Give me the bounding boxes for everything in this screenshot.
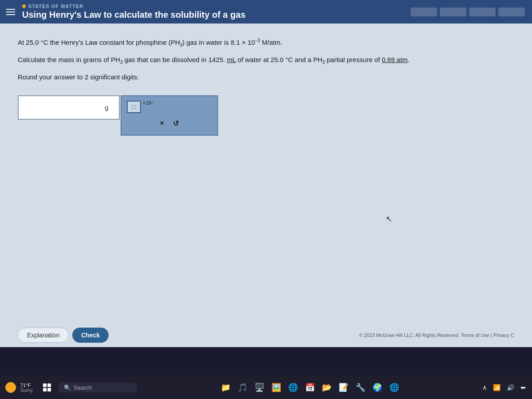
taskbar-icon-music[interactable]: 🎵 — [235, 380, 250, 395]
taskbar-icon-folder[interactable]: 📂 — [319, 380, 334, 395]
search-bar[interactable]: 🔍 Search — [58, 383, 137, 393]
system-tray: ∧ 📶 🔊 ⬅ — [481, 383, 528, 392]
taskbar-icon-browser[interactable]: 🌐 — [286, 380, 301, 395]
progress-btn-2[interactable] — [440, 8, 466, 16]
sci-mantissa-box[interactable]: □ — [127, 101, 141, 113]
taskbar-icon-image[interactable]: 🖼️ — [269, 380, 284, 395]
answer-input-wrapper[interactable]: g — [18, 95, 120, 120]
check-button[interactable]: Check — [72, 328, 109, 343]
main-content: At 25.0 °C the Henry's Law constant for … — [0, 23, 532, 347]
taskbar-icon-app2[interactable]: 🌍 — [370, 380, 385, 395]
explanation-button[interactable]: Explanation — [18, 328, 69, 343]
hamburger-menu[interactable] — [6, 9, 15, 15]
header-title: Using Henry's Law to calculate the solub… — [22, 10, 246, 20]
sci-mantissa-icon: □ — [132, 103, 136, 110]
search-text: Search — [74, 384, 92, 391]
taskbar-icon-files[interactable]: 📁 — [218, 380, 233, 395]
taskbar-icon-app3[interactable]: 🌐 — [387, 380, 402, 395]
sci-exponent-box: □ — [151, 101, 153, 105]
taskbar: 71°F Sunny 🔍 Search 📁 🎵 🖥️ 🖼️ 🌐 📅 📂 📝 🔧 … — [0, 376, 532, 399]
taskbar-icon-calendar[interactable]: 📅 — [302, 380, 317, 395]
weather-temp: 71°F — [20, 383, 33, 388]
header-controls — [411, 8, 525, 16]
topic-label: STATES OF MATTER — [28, 4, 83, 9]
taskbar-icon-monitor[interactable]: 🖥️ — [252, 380, 267, 395]
problem-line1: At 25.0 °C the Henry's Law constant for … — [18, 37, 514, 49]
cursor-indicator: ↖ — [386, 214, 392, 224]
sys-tray-back-icon[interactable]: ⬅ — [519, 383, 528, 392]
header-topic: STATES OF MATTER — [22, 4, 246, 9]
weather-info: 71°F Sunny — [20, 383, 33, 393]
header-left: STATES OF MATTER Using Henry's Law to ca… — [22, 4, 246, 20]
problem-line3: Round your answer to 2 significant digit… — [18, 71, 514, 83]
taskbar-icons: 📁 🎵 🖥️ 🖼️ 🌐 📅 📂 📝 🔧 🌍 🌐 — [142, 380, 478, 395]
taskbar-icon-app1[interactable]: 🔧 — [353, 380, 368, 395]
unit-label: g — [105, 104, 108, 111]
bottom-bar: Explanation Check © 2023 McGraw Hill LLC… — [0, 328, 532, 343]
weather-widget: 71°F Sunny — [4, 381, 33, 394]
x10-label: ×10 — [143, 101, 151, 106]
sys-tray-up-icon[interactable]: ∧ — [481, 383, 489, 392]
progress-btn-4[interactable] — [498, 8, 525, 16]
answer-area: g □ ×10 □ × ↺ — [18, 95, 514, 136]
sys-tray-wifi-icon[interactable]: 📶 — [491, 383, 502, 392]
windows-button[interactable] — [39, 379, 55, 395]
sci-exponent-area: ×10 □ — [142, 101, 153, 106]
header-bar: STATES OF MATTER Using Henry's Law to ca… — [0, 0, 532, 23]
sys-tray-volume-icon[interactable]: 🔊 — [505, 383, 516, 392]
sci-notation-box: □ ×10 □ × ↺ — [121, 95, 218, 136]
reset-button[interactable]: ↺ — [173, 119, 179, 128]
search-icon: 🔍 — [64, 384, 71, 391]
windows-grid-icon — [43, 383, 51, 391]
progress-btn-3[interactable] — [469, 8, 496, 16]
sci-notation-inner: □ ×10 □ — [127, 101, 212, 113]
clear-button[interactable]: × — [160, 119, 164, 128]
copyright-text: © 2023 McGraw Hill LLC. All Rights Reser… — [359, 332, 514, 338]
taskbar-icon-word[interactable]: 📝 — [336, 380, 351, 395]
sci-actions: × ↺ — [127, 119, 212, 128]
weather-sun-icon — [4, 381, 17, 394]
problem-line2: Calculate the mass in grams of PH3 gas t… — [18, 54, 514, 66]
bottom-buttons: Explanation Check — [18, 328, 109, 343]
topic-dot — [22, 4, 26, 8]
answer-input[interactable] — [23, 103, 103, 111]
progress-btn-1[interactable] — [411, 8, 437, 16]
weather-desc: Sunny — [20, 388, 33, 393]
